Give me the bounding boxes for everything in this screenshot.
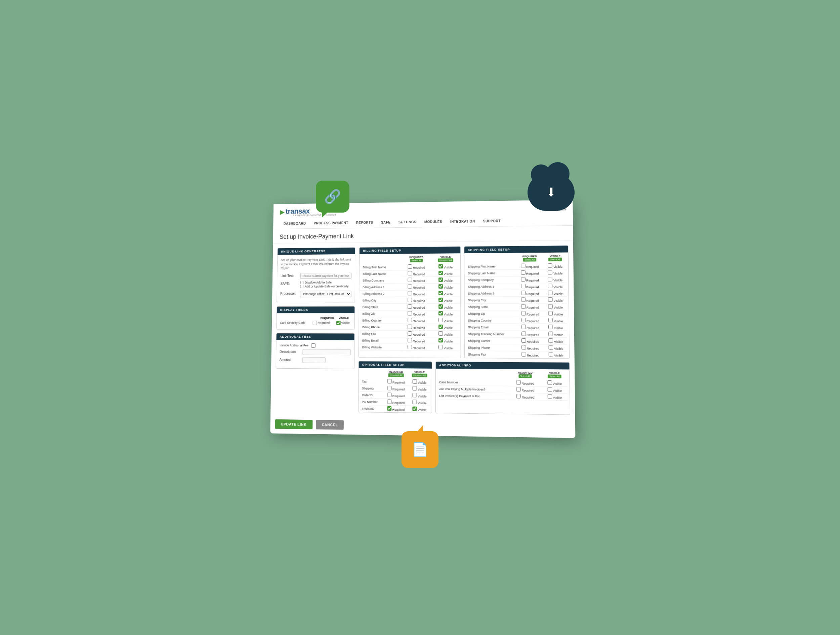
- card-security-required-checkbox[interactable]: [313, 320, 317, 325]
- billing-required-cb-7[interactable]: [407, 311, 412, 315]
- shipping-required-cb-7[interactable]: [521, 311, 526, 315]
- optional-required-cb-0[interactable]: [387, 379, 392, 383]
- optional-visible-cb-3[interactable]: [412, 399, 417, 404]
- shipping-visible-cb-13[interactable]: [549, 352, 553, 356]
- shipping-visible-cb-5[interactable]: [548, 297, 553, 302]
- shipping-required-cb-13[interactable]: [521, 352, 526, 356]
- billing-visible-cb-7[interactable]: [439, 311, 443, 315]
- billing-visible-cb-4[interactable]: [439, 291, 443, 295]
- optional-required-cb-2[interactable]: [387, 393, 392, 397]
- billing-visible-cb-1[interactable]: [439, 271, 443, 275]
- description-input[interactable]: [303, 349, 351, 355]
- shipping-required-cb-11[interactable]: [521, 338, 526, 342]
- nav-support[interactable]: SUPPORT: [479, 216, 505, 226]
- shipping-visible-cb-1[interactable]: [548, 270, 553, 274]
- nav-safe[interactable]: SAFE: [377, 218, 395, 227]
- shipping-required-cb-4[interactable]: [521, 291, 526, 295]
- billing-required-cb-2[interactable]: [407, 277, 412, 282]
- shipping-required-cb-2[interactable]: [521, 277, 525, 281]
- nav-integration[interactable]: INTEGRATION: [446, 217, 479, 227]
- shipping-visible-cb-9[interactable]: [548, 325, 553, 329]
- shipping-visible-cb-0[interactable]: [548, 263, 553, 268]
- nav-dashboard[interactable]: DASHBOARD: [279, 219, 310, 229]
- shipping-required-cb-5[interactable]: [521, 297, 526, 302]
- shipping-visible-cb-6[interactable]: [548, 304, 553, 309]
- shipping-required-cb-8[interactable]: [521, 318, 526, 322]
- amount-input[interactable]: [302, 357, 325, 363]
- add-safe-checkbox[interactable]: [300, 285, 303, 288]
- billing-visible-cb-5[interactable]: [439, 297, 443, 302]
- billing-required-cb-9[interactable]: [407, 324, 412, 329]
- addinfo-visible-cb-1[interactable]: [547, 387, 552, 391]
- nav-reports[interactable]: REPORTS: [352, 218, 377, 228]
- billing-required-select-all[interactable]: Select All: [410, 258, 423, 262]
- billing-visible-cb-11[interactable]: [439, 338, 443, 342]
- nav-modules[interactable]: MODULES: [420, 217, 446, 227]
- optional-visible-cb-0[interactable]: [412, 379, 417, 383]
- addinfo-required-select-all[interactable]: Select All: [518, 374, 532, 378]
- optional-visible-unselect-all[interactable]: Unselect All: [412, 373, 427, 377]
- optional-visible-cb-1[interactable]: [412, 386, 417, 390]
- link-text-input[interactable]: [300, 272, 352, 279]
- shipping-visible-cb-10[interactable]: [549, 331, 553, 336]
- shipping-visible-select-all[interactable]: Select All: [548, 257, 562, 261]
- billing-required-cb-11[interactable]: [407, 338, 412, 342]
- shipping-visible-cb-2[interactable]: [548, 277, 553, 281]
- billing-visible-unselect-all[interactable]: Unselect All: [438, 258, 453, 262]
- billing-required-cb-5[interactable]: [407, 298, 412, 302]
- addinfo-visible-cb-2[interactable]: [547, 394, 552, 399]
- nav-settings[interactable]: SETTINGS: [395, 217, 420, 227]
- add-safe-row: Add or Update Safe Automatically: [300, 285, 349, 288]
- addinfo-required-cb-0[interactable]: [516, 380, 521, 385]
- billing-visible-cb-12[interactable]: [439, 345, 443, 349]
- billing-required-cb-10[interactable]: [407, 331, 412, 335]
- optional-required-cb-1[interactable]: [387, 386, 392, 390]
- billing-row-label: Billing City: [360, 297, 401, 303]
- billing-required-cb-0[interactable]: [407, 264, 412, 268]
- addinfo-required-cb-1[interactable]: [516, 387, 521, 391]
- nav-process-payment[interactable]: PROCESS PAYMENT: [310, 218, 352, 228]
- shipping-visible-cb-3[interactable]: [548, 283, 553, 288]
- optional-required-unselect-all[interactable]: Unselect All: [388, 373, 404, 377]
- billing-required-cb-3[interactable]: [407, 284, 412, 288]
- card-security-visible-checkbox[interactable]: [336, 320, 341, 325]
- billing-visible-cb-8[interactable]: [439, 318, 443, 322]
- shipping-required-cb-0[interactable]: [521, 263, 525, 268]
- optional-required-cb-3[interactable]: [387, 399, 392, 404]
- billing-visible-cb-10[interactable]: [439, 331, 443, 336]
- cancel-button[interactable]: CANCEL: [316, 420, 344, 429]
- shipping-visible-cb-12[interactable]: [549, 345, 553, 350]
- addinfo-visible-select-all[interactable]: Select All: [548, 374, 561, 378]
- shipping-required-cb-9[interactable]: [521, 325, 526, 329]
- billing-visible-cb-0[interactable]: [439, 264, 443, 268]
- billing-required-cb-4[interactable]: [407, 291, 412, 295]
- billing-visible-cb-2[interactable]: [439, 277, 443, 282]
- shipping-visible-cb-8[interactable]: [548, 318, 553, 322]
- optional-visible-cb-4[interactable]: [412, 406, 417, 411]
- billing-visible-cb-3[interactable]: [439, 284, 443, 288]
- include-fee-checkbox[interactable]: [311, 343, 316, 347]
- shipping-visible-cb-7[interactable]: [548, 311, 553, 315]
- addinfo-visible-cb-0[interactable]: [547, 380, 552, 385]
- billing-required-cb-12[interactable]: [407, 345, 412, 349]
- shipping-required-cb-10[interactable]: [521, 331, 526, 336]
- addinfo-required-cb-2[interactable]: [516, 394, 521, 398]
- shipping-required-cb-6[interactable]: [521, 304, 526, 309]
- billing-required-cb-6[interactable]: [407, 304, 412, 309]
- shipping-visible-cb-11[interactable]: [549, 338, 553, 343]
- optional-row-label: PO Number: [360, 398, 384, 405]
- optional-required-cb-4[interactable]: [387, 406, 392, 410]
- billing-required-cb-8[interactable]: [407, 318, 412, 322]
- billing-required-cb-1[interactable]: [407, 271, 412, 275]
- optional-visible-cb-2[interactable]: [412, 393, 417, 397]
- processor-select[interactable]: Pittsburgh Office - First Data Or: [300, 290, 352, 297]
- disallow-safe-checkbox[interactable]: [300, 280, 303, 284]
- billing-visible-cb-9[interactable]: [439, 325, 443, 329]
- shipping-required-select-all[interactable]: Select All: [523, 258, 537, 261]
- update-link-button[interactable]: UPDATE LINK: [275, 419, 313, 429]
- shipping-required-cb-12[interactable]: [521, 345, 526, 350]
- shipping-required-cb-3[interactable]: [521, 283, 525, 288]
- billing-visible-cb-6[interactable]: [439, 304, 443, 309]
- shipping-required-cb-1[interactable]: [521, 270, 525, 274]
- shipping-visible-cb-4[interactable]: [548, 290, 553, 295]
